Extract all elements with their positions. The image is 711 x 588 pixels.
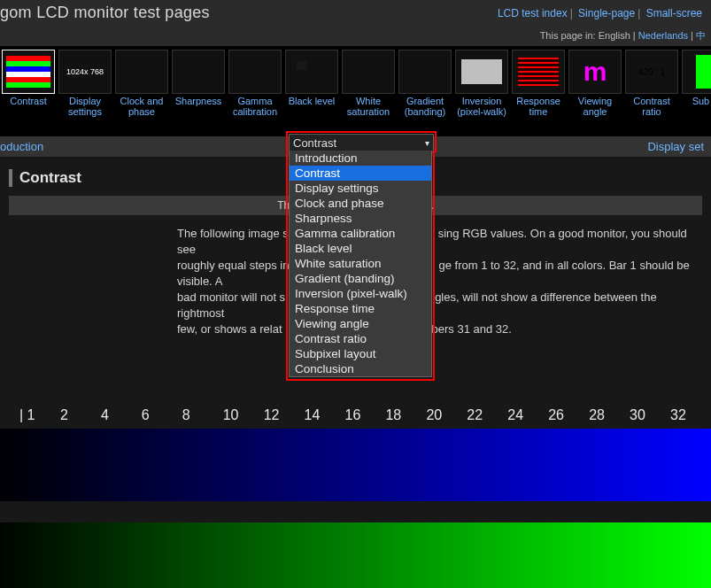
nav-next-link[interactable]: Display set xyxy=(647,140,704,153)
contrast-test-pattern: | 12468101214161820222426283032 xyxy=(0,407,711,588)
test-select-combobox[interactable]: Contrast ▾ xyxy=(286,131,437,152)
header-bar: gom LCD monitor test pages LCD test inde… xyxy=(0,0,711,27)
option-gradient-banding-[interactable]: Gradient (banding) xyxy=(290,271,431,286)
option-contrast-ratio[interactable]: Contrast ratio xyxy=(290,331,431,346)
thumb-gradient-banding-[interactable]: Gradient (banding) xyxy=(398,50,452,117)
option-black-level[interactable]: Black level xyxy=(290,241,431,256)
option-white-saturation[interactable]: White saturation xyxy=(290,256,431,271)
option-gamma-calibration[interactable]: Gamma calibration xyxy=(290,226,431,241)
thumb-black-level[interactable]: Black level xyxy=(285,50,338,117)
language-label: This page in: xyxy=(540,30,596,41)
chevron-down-icon: ▾ xyxy=(425,138,429,148)
test-thumbnails: Contrast1024x 768Display settingsClock a… xyxy=(0,46,711,136)
option-conclusion[interactable]: Conclusion xyxy=(290,361,431,376)
contrast-bar-blue xyxy=(0,429,711,501)
thumb-gamma-calibration[interactable]: Gamma calibration xyxy=(228,50,282,117)
link-single-page[interactable]: Single-page xyxy=(578,7,635,19)
test-select-current: Contrast xyxy=(293,136,336,150)
option-display-settings[interactable]: Display settings xyxy=(290,181,431,196)
language-chinese[interactable]: 中 xyxy=(696,30,706,41)
thumb-sub-lay[interactable]: Sub lay xyxy=(682,50,711,117)
contrast-bar-green xyxy=(0,522,711,588)
test-select-listbox[interactable]: IntroductionContrastDisplay settingsCloc… xyxy=(289,151,432,377)
nav-prev-link[interactable]: oduction xyxy=(0,140,43,153)
option-subpixel-layout[interactable]: Subpixel layout xyxy=(290,346,431,361)
thumb-display-settings[interactable]: 1024x 768Display settings xyxy=(58,50,112,117)
option-sharpness[interactable]: Sharpness xyxy=(290,211,431,226)
option-introduction[interactable]: Introduction xyxy=(290,151,431,166)
language-english: English xyxy=(599,30,630,41)
thumb-contrast-ratio[interactable]: 420 : 1Contrast ratio xyxy=(625,50,678,117)
thumb-response-time[interactable]: Response time xyxy=(512,50,565,117)
option-inversion-pixel-walk-[interactable]: Inversion (pixel-walk) xyxy=(290,286,431,301)
header-links: LCD test index| Single-page| Small-scree xyxy=(498,7,702,19)
option-contrast[interactable]: Contrast xyxy=(290,166,431,181)
option-viewing-angle[interactable]: Viewing angle xyxy=(290,316,431,331)
link-small-screen[interactable]: Small-scree xyxy=(646,7,702,19)
option-clock-and-phase[interactable]: Clock and phase xyxy=(290,196,431,211)
thumb-inversion-pixel-walk-[interactable]: Inversion (pixel-walk) xyxy=(455,50,508,117)
step-ticks: | 12468101214161820222426283032 xyxy=(0,407,711,423)
page-title: gom LCD monitor test pages xyxy=(0,4,210,22)
link-test-index[interactable]: LCD test index xyxy=(498,7,568,19)
thumb-sharpness[interactable]: Sharpness xyxy=(172,50,225,117)
thumb-clock-and-phase[interactable]: Clock and phase xyxy=(115,50,168,117)
thumb-white-saturation[interactable]: White saturation xyxy=(342,50,395,117)
language-row: This page in: English | Nederlands | 中 xyxy=(0,27,711,46)
language-nederlands[interactable]: Nederlands xyxy=(638,30,688,41)
thumb-viewing-angle[interactable]: Viewing angle xyxy=(568,50,622,117)
test-select-listbox-frame: IntroductionContrastDisplay settingsCloc… xyxy=(286,151,435,381)
option-response-time[interactable]: Response time xyxy=(290,301,431,316)
thumb-contrast[interactable]: Contrast xyxy=(2,50,55,117)
